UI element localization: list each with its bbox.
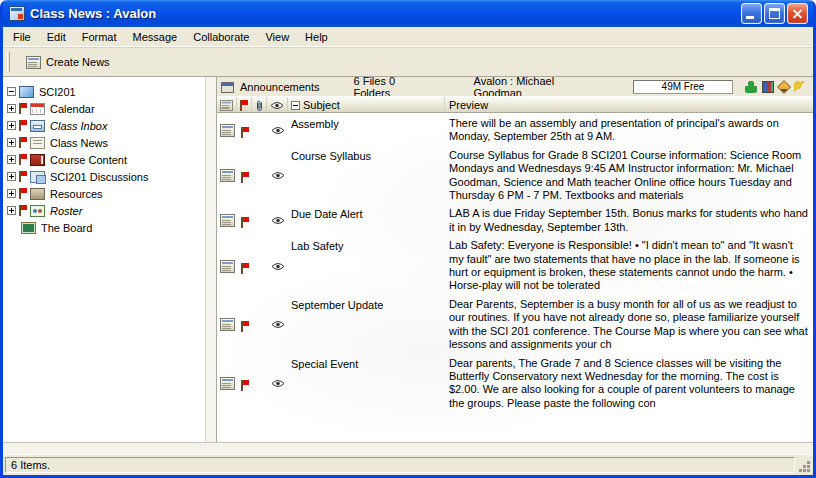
column-subject[interactable]: Subject	[288, 97, 445, 112]
horizontal-scrollbar[interactable]	[3, 442, 813, 454]
create-news-icon	[26, 56, 41, 69]
unread-eye-icon	[271, 320, 285, 329]
expand-box[interactable]	[7, 189, 16, 198]
tree-item-roster[interactable]: Roster	[3, 202, 205, 219]
message-icon	[220, 377, 235, 390]
message-row-course-syllabus[interactable]: Course Syllabus Course Syllabus for Grad…	[217, 147, 813, 206]
message-subject: Special Event	[288, 357, 445, 411]
collapse-box[interactable]	[7, 87, 16, 96]
key-icon[interactable]	[794, 81, 806, 93]
message-subject: Assembly	[288, 117, 445, 144]
tree-item-class-news[interactable]: Class News	[3, 134, 205, 151]
toolbar: Create News	[3, 47, 813, 77]
menu-view[interactable]: View	[257, 28, 297, 46]
message-icon	[220, 318, 235, 331]
tree-item-sci201[interactable]: SCI201	[3, 83, 205, 100]
flag-icon	[19, 137, 27, 148]
message-row-lab-safety[interactable]: Lab Safety Lab Safety: Everyone is Respo…	[217, 237, 813, 296]
window-title: Class News : Avalon	[30, 6, 736, 21]
column-attachment[interactable]	[252, 97, 267, 112]
flag-icon	[19, 120, 27, 131]
menu-help[interactable]: Help	[297, 28, 336, 46]
expand-box[interactable]	[7, 206, 16, 215]
discussions-icon	[30, 171, 45, 183]
status-bar: 6 Items.	[3, 454, 813, 475]
app-icon	[9, 6, 25, 21]
message-row-special-event[interactable]: Special Event Dear parents, The Grade 7 …	[217, 355, 813, 414]
resize-grip[interactable]	[797, 457, 811, 473]
unread-eye-icon	[271, 379, 285, 388]
announcements-label: Announcements	[240, 81, 320, 93]
expand-box[interactable]	[7, 104, 16, 113]
flag-icon	[241, 127, 249, 138]
roster-icon	[30, 205, 45, 217]
library-icon[interactable]	[762, 81, 774, 93]
message-subject: Course Syllabus	[288, 149, 445, 203]
column-header-row: Subject Preview	[217, 96, 813, 113]
message-preview: LAB A is due Friday September 15th. Bonu…	[445, 207, 813, 234]
attachment-icon	[255, 99, 264, 112]
announcements-icon	[221, 82, 234, 93]
column-flag[interactable]	[237, 97, 252, 112]
unread-eye-icon	[271, 126, 285, 135]
menu-message[interactable]: Message	[125, 28, 186, 46]
column-message-type[interactable]	[217, 97, 237, 112]
tree-item-calendar[interactable]: Calendar	[3, 100, 205, 117]
tree-item-sci201-discussions[interactable]: SCI201 Discussions	[3, 168, 205, 185]
tree-item-resources[interactable]: Resources	[3, 185, 205, 202]
flag-icon	[19, 103, 27, 114]
expand-box[interactable]	[7, 138, 16, 147]
menu-format[interactable]: Format	[74, 28, 125, 46]
toolbar-grip[interactable]	[7, 52, 10, 72]
free-space-meter: 49M Free	[633, 80, 733, 94]
flag-icon	[19, 205, 27, 216]
inbox-icon	[30, 120, 45, 132]
flag-icon	[19, 171, 27, 182]
news-icon	[30, 137, 45, 149]
unread-eye-icon	[270, 101, 284, 110]
tree-vertical-scrollbar[interactable]	[205, 77, 216, 442]
message-icon-cell	[217, 117, 237, 144]
expand-box[interactable]	[7, 172, 16, 181]
minimize-icon	[746, 16, 754, 19]
menu-file[interactable]: File	[5, 28, 39, 46]
message-row-due-date-alert[interactable]: Due Date Alert LAB A is due Friday Septe…	[217, 205, 813, 237]
message-icon	[220, 260, 235, 273]
message-row-assembly[interactable]: Assembly There will be an assembly and p…	[217, 115, 813, 147]
tree-item-class-inbox[interactable]: Class Inbox	[3, 117, 205, 134]
message-icon	[220, 214, 235, 227]
pencil-icon[interactable]	[777, 80, 791, 94]
message-preview: There will be an assembly and presentati…	[445, 117, 813, 144]
message-subject: September Update	[288, 298, 445, 352]
minimize-button[interactable]	[741, 3, 762, 24]
flag-icon	[241, 263, 249, 274]
expand-box[interactable]	[7, 121, 16, 130]
message-preview: Dear Parents, September is a busy month …	[445, 298, 813, 352]
tree-item-the-board[interactable]: The Board	[3, 219, 205, 236]
create-news-label: Create News	[46, 56, 110, 68]
message-icon	[220, 169, 235, 182]
maximize-button[interactable]	[764, 3, 785, 24]
title-bar[interactable]: Class News : Avalon	[3, 0, 813, 27]
flag-icon	[241, 380, 249, 391]
summary-bar: Announcements 6 Files 0 Folders Avalon :…	[217, 77, 813, 96]
menu-edit[interactable]: Edit	[39, 28, 74, 46]
message-icon	[220, 99, 233, 110]
resources-icon	[30, 188, 45, 200]
status-items-count: 6 Items.	[5, 457, 795, 473]
message-preview: Dear parents, The Grade 7 and 8 Science …	[445, 357, 813, 411]
message-row-september-update[interactable]: September Update Dear Parents, September…	[217, 296, 813, 355]
tree-item-course-content[interactable]: Course Content	[3, 151, 205, 168]
column-unread[interactable]	[267, 97, 288, 112]
unread-eye-icon	[271, 216, 285, 225]
menu-collaborate[interactable]: Collaborate	[185, 28, 257, 46]
folder-tree: SCI201 Calendar Class Inbox	[3, 77, 205, 442]
collapse-subjects-box[interactable]	[291, 101, 300, 110]
create-news-button[interactable]: Create News	[18, 52, 118, 73]
person-icon[interactable]	[745, 81, 757, 93]
message-icon	[220, 124, 235, 137]
flag-icon	[240, 100, 248, 111]
column-preview[interactable]: Preview	[445, 97, 813, 112]
close-button[interactable]	[787, 3, 808, 24]
expand-box[interactable]	[7, 155, 16, 164]
